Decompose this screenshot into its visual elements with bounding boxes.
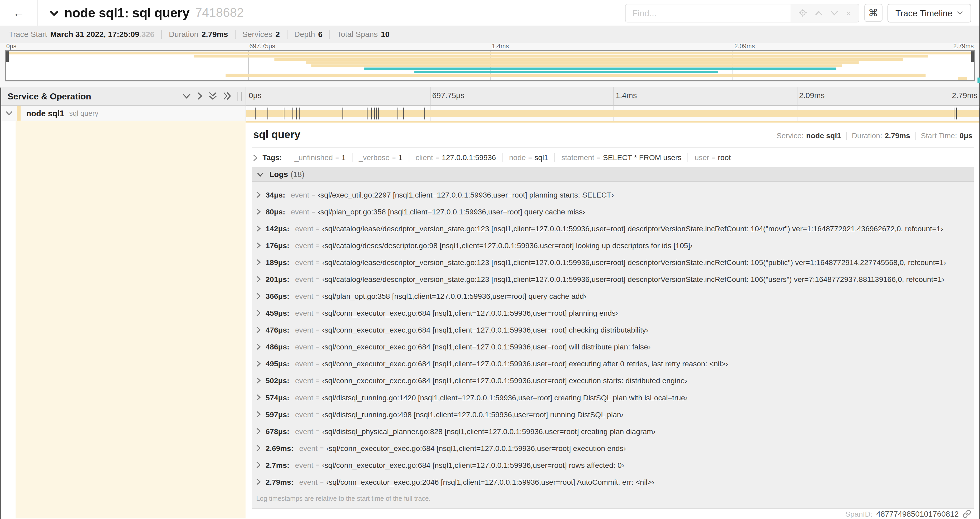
log-timestamp: 2.79ms: (266, 477, 293, 486)
find-input[interactable] (625, 4, 790, 21)
tag-key: statement (562, 153, 594, 162)
log-marker-tick (378, 108, 379, 120)
locate-icon[interactable] (799, 9, 807, 17)
log-expand-icon[interactable] (256, 242, 261, 249)
deep-link-icon[interactable] (963, 509, 971, 518)
minimap-span-bar (306, 61, 859, 64)
log-row[interactable]: 2.69ms:event=‹sql/conn_executor_exec.go:… (252, 440, 974, 457)
log-expand-icon[interactable] (256, 377, 261, 384)
log-expand-icon[interactable] (256, 411, 261, 418)
tag-key: node (509, 153, 525, 162)
span-duration-bar[interactable] (246, 110, 980, 117)
log-timestamp: 366μs: (266, 292, 289, 300)
log-field-name: event (295, 241, 313, 250)
log-row[interactable]: 80μs:event=‹sql/plan_opt.go:358 [nsql1,c… (252, 203, 974, 220)
find-prev-icon[interactable] (815, 10, 822, 15)
span-row[interactable]: node sql1 sql query (0, 106, 980, 121)
collapse-trace-icon[interactable] (49, 10, 59, 16)
log-expand-icon[interactable] (256, 259, 261, 266)
log-row[interactable]: 502μs:event=‹sql/conn_executor_exec.go:6… (252, 372, 974, 389)
column-resize-handle[interactable] (238, 91, 242, 100)
log-row[interactable]: 459μs:event=‹sql/conn_executor_exec.go:6… (252, 305, 974, 321)
log-row[interactable]: 201μs:event=‹sql/catalog/lease/descripto… (252, 271, 974, 288)
log-expand-icon[interactable] (256, 276, 261, 283)
minimap-canvas[interactable] (5, 50, 975, 81)
log-field-name: event (295, 410, 313, 418)
log-expand-icon[interactable] (256, 326, 261, 333)
log-expand-icon[interactable] (256, 360, 261, 367)
tag-item[interactable]: client=127.0.0.1:59936 (409, 153, 503, 162)
log-row[interactable]: 2.7ms:event=‹sql/conn_executor_exec.go:6… (252, 457, 974, 473)
log-expand-icon[interactable] (256, 310, 261, 316)
summary-value: 0μs (959, 131, 972, 140)
log-row[interactable]: 366μs:event=‹sql/plan_opt.go:358 [nsql1,… (252, 288, 974, 305)
log-row[interactable]: 176μs:event=‹sql/catalog/descs/descripto… (252, 237, 974, 254)
log-row[interactable]: 2.79ms:event=‹sql/conn_executor_exec.go:… (252, 473, 974, 490)
timeline-header-row: Service & Operation 0μs697.75μs1.4ms2.09… (0, 87, 980, 106)
log-row[interactable]: 34μs:event=‹sql/exec_util.go:2297 [nsql1… (252, 187, 974, 203)
log-expand-icon[interactable] (256, 192, 261, 198)
log-expand-icon[interactable] (256, 462, 261, 468)
trace-info-item: Trace StartMarch 31 2022, 17:25:09.326 (9, 30, 161, 38)
log-row[interactable]: 574μs:event=‹sql/distsql_running.go:1420… (252, 389, 974, 406)
equals-sign: = (313, 394, 322, 401)
keyboard-shortcuts-button[interactable]: ⌘ (864, 4, 882, 22)
log-row[interactable]: 142μs:event=‹sql/catalog/lease/descripto… (252, 220, 974, 237)
logs-header[interactable]: Logs (18) (252, 168, 974, 182)
collapse-one-icon[interactable] (183, 93, 191, 99)
tag-key: _unfinished (294, 153, 333, 162)
tags-expand-icon[interactable] (253, 154, 258, 161)
span-collapse-icon[interactable] (6, 111, 13, 116)
summary-label: Start Time: (921, 131, 957, 140)
log-expand-icon[interactable] (256, 394, 261, 401)
view-selector-button[interactable]: Trace Timeline (887, 3, 971, 22)
equals-sign: = (313, 377, 322, 384)
log-expand-icon[interactable] (256, 208, 261, 215)
minimap-left-scrubber[interactable] (6, 51, 9, 62)
trace-title-group[interactable]: node sql1: sql query 7418682 (49, 5, 244, 20)
trace-title: node sql1: sql query (64, 5, 189, 20)
expand-one-icon[interactable] (197, 92, 202, 100)
log-expand-icon[interactable] (256, 478, 261, 485)
tag-item[interactable]: user=root (688, 153, 737, 162)
log-expand-icon[interactable] (256, 445, 261, 452)
log-field-name: event (295, 275, 313, 284)
log-expand-icon[interactable] (256, 428, 261, 434)
log-row[interactable]: 189μs:event=‹sql/catalog/lease/descripto… (252, 254, 974, 271)
tag-item[interactable]: node=sql1 (503, 153, 555, 162)
back-button[interactable]: ← (0, 0, 38, 26)
expand-all-icon[interactable] (223, 92, 231, 100)
log-row[interactable]: 597μs:event=‹sql/distsql_running.go:498 … (252, 406, 974, 423)
info-value-muted: .326 (139, 30, 154, 38)
log-expand-icon[interactable] (256, 343, 261, 350)
log-field-name: event (295, 376, 313, 385)
log-marker-tick (371, 108, 372, 120)
collapse-all-icon[interactable] (208, 92, 217, 100)
equals-sign: = (313, 225, 322, 232)
summary-divider (846, 132, 847, 140)
tag-item[interactable]: _unfinished=1 (288, 153, 352, 162)
minimap-right-scrubber[interactable] (971, 51, 974, 62)
log-row[interactable]: 495μs:event=‹sql/conn_executor_exec.go:6… (252, 355, 974, 372)
log-row[interactable]: 486μs:event=‹sql/conn_executor_exec.go:6… (252, 339, 974, 355)
log-timestamp: 459μs: (266, 308, 289, 317)
log-row[interactable]: 476μs:event=‹sql/conn_executor_exec.go:6… (252, 321, 974, 339)
log-expand-icon[interactable] (256, 293, 261, 300)
minimap-span-bar (6, 52, 974, 54)
span-name-cell[interactable]: node sql1 sql query (0, 106, 245, 121)
summary-label: Service: (776, 131, 804, 140)
log-field-name: event (295, 258, 313, 267)
info-label: Duration (169, 30, 198, 38)
logs-collapse-icon[interactable] (257, 172, 264, 177)
tags-row[interactable]: Tags: _unfinished=1_verbose=1client=127.… (252, 148, 974, 167)
log-field-name: event (295, 460, 313, 469)
find-next-icon[interactable] (830, 10, 838, 15)
minimap-tick-label: 0μs (6, 43, 17, 50)
ruler-gridline (430, 87, 430, 105)
log-row[interactable]: 678μs:event=‹sql/distsql_physical_planne… (252, 423, 974, 440)
find-clear-icon[interactable]: × (846, 8, 851, 18)
span-bar-cell[interactable] (245, 106, 980, 121)
tag-item[interactable]: _verbose=1 (353, 153, 409, 162)
tag-item[interactable]: statement=SELECT * FROM users (555, 153, 688, 162)
log-expand-icon[interactable] (256, 225, 261, 232)
